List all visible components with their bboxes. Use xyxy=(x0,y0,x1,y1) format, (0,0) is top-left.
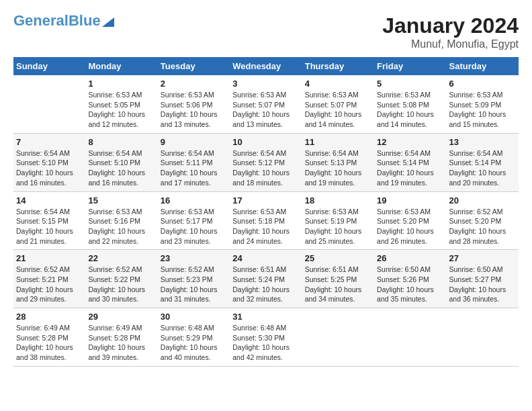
logo-icon xyxy=(102,15,114,27)
day-cell: 5 Sunrise: 6:53 AMSunset: 5:08 PMDayligh… xyxy=(374,75,446,133)
day-cell: 7 Sunrise: 6:54 AMSunset: 5:10 PMDayligh… xyxy=(13,133,85,191)
calendar-title: January 2024 xyxy=(382,13,519,38)
day-cell: 6 Sunrise: 6:53 AMSunset: 5:09 PMDayligh… xyxy=(447,75,519,133)
day-number: 16 xyxy=(161,195,227,205)
day-info: Sunrise: 6:50 AMSunset: 5:27 PMDaylight:… xyxy=(449,265,516,304)
day-number: 4 xyxy=(305,79,371,89)
day-info: Sunrise: 6:53 AMSunset: 5:06 PMDaylight:… xyxy=(161,90,227,130)
day-cell xyxy=(447,308,519,367)
day-cell: 27 Sunrise: 6:50 AMSunset: 5:27 PMDaylig… xyxy=(447,250,519,308)
day-cell xyxy=(302,308,374,367)
week-row-2: 7 Sunrise: 6:54 AMSunset: 5:10 PMDayligh… xyxy=(13,133,519,191)
header-saturday: Saturday xyxy=(447,57,519,75)
day-number: 27 xyxy=(449,253,516,263)
day-info: Sunrise: 6:51 AMSunset: 5:25 PMDaylight:… xyxy=(305,265,371,304)
day-cell: 22 Sunrise: 6:52 AMSunset: 5:22 PMDaylig… xyxy=(85,250,157,308)
day-info: Sunrise: 6:53 AMSunset: 5:20 PMDaylight:… xyxy=(377,207,443,246)
day-info: Sunrise: 6:52 AMSunset: 5:22 PMDaylight:… xyxy=(88,265,154,304)
header-friday: Friday xyxy=(374,57,446,75)
day-number: 14 xyxy=(16,195,83,205)
day-number: 7 xyxy=(16,137,83,147)
day-number: 1 xyxy=(88,79,154,89)
header-thursday: Thursday xyxy=(302,57,374,75)
calendar-table: SundayMondayTuesdayWednesdayThursdayFrid… xyxy=(13,57,519,367)
day-number: 10 xyxy=(232,137,299,147)
day-info: Sunrise: 6:53 AMSunset: 5:07 PMDaylight:… xyxy=(232,90,299,130)
day-cell: 20 Sunrise: 6:52 AMSunset: 5:20 PMDaylig… xyxy=(447,191,519,250)
day-info: Sunrise: 6:48 AMSunset: 5:29 PMDaylight:… xyxy=(161,323,227,363)
day-info: Sunrise: 6:53 AMSunset: 5:07 PMDaylight:… xyxy=(305,90,371,130)
day-number: 23 xyxy=(161,253,227,263)
week-row-4: 21 Sunrise: 6:52 AMSunset: 5:21 PMDaylig… xyxy=(13,250,519,308)
day-cell: 2 Sunrise: 6:53 AMSunset: 5:06 PMDayligh… xyxy=(158,75,230,133)
page-header: GeneralBlue January 2024 Munuf, Monufia,… xyxy=(13,13,519,50)
day-info: Sunrise: 6:53 AMSunset: 5:08 PMDaylight:… xyxy=(377,90,443,130)
day-number: 6 xyxy=(449,79,516,89)
day-info: Sunrise: 6:54 AMSunset: 5:12 PMDaylight:… xyxy=(232,148,299,188)
day-info: Sunrise: 6:51 AMSunset: 5:24 PMDaylight:… xyxy=(232,265,299,304)
header-monday: Monday xyxy=(85,57,157,75)
day-number: 22 xyxy=(88,253,154,263)
day-number: 2 xyxy=(161,79,227,89)
day-number: 13 xyxy=(449,137,516,147)
day-cell: 18 Sunrise: 6:53 AMSunset: 5:19 PMDaylig… xyxy=(302,191,374,250)
day-info: Sunrise: 6:53 AMSunset: 5:05 PMDaylight:… xyxy=(88,90,154,130)
day-cell: 10 Sunrise: 6:54 AMSunset: 5:12 PMDaylig… xyxy=(230,133,302,191)
day-cell: 9 Sunrise: 6:54 AMSunset: 5:11 PMDayligh… xyxy=(158,133,230,191)
day-number: 30 xyxy=(161,312,227,322)
day-info: Sunrise: 6:52 AMSunset: 5:20 PMDaylight:… xyxy=(449,207,516,246)
day-cell: 26 Sunrise: 6:50 AMSunset: 5:26 PMDaylig… xyxy=(374,250,446,308)
day-cell: 16 Sunrise: 6:53 AMSunset: 5:17 PMDaylig… xyxy=(158,191,230,250)
day-number: 19 xyxy=(377,195,443,205)
day-cell: 3 Sunrise: 6:53 AMSunset: 5:07 PMDayligh… xyxy=(230,75,302,133)
day-number: 8 xyxy=(88,137,154,147)
day-number: 31 xyxy=(232,312,299,322)
day-number: 15 xyxy=(88,195,154,205)
day-cell: 30 Sunrise: 6:48 AMSunset: 5:29 PMDaylig… xyxy=(158,308,230,367)
day-number: 28 xyxy=(16,312,83,322)
day-cell: 12 Sunrise: 6:54 AMSunset: 5:14 PMDaylig… xyxy=(374,133,446,191)
day-info: Sunrise: 6:53 AMSunset: 5:18 PMDaylight:… xyxy=(232,207,299,246)
day-cell: 25 Sunrise: 6:51 AMSunset: 5:25 PMDaylig… xyxy=(302,250,374,308)
header-wednesday: Wednesday xyxy=(230,57,302,75)
day-number: 29 xyxy=(88,312,154,322)
day-cell: 23 Sunrise: 6:52 AMSunset: 5:23 PMDaylig… xyxy=(158,250,230,308)
day-number: 3 xyxy=(232,79,299,89)
day-cell: 31 Sunrise: 6:48 AMSunset: 5:30 PMDaylig… xyxy=(230,308,302,367)
day-info: Sunrise: 6:52 AMSunset: 5:21 PMDaylight:… xyxy=(16,265,83,304)
logo-part2: Blue xyxy=(69,12,101,29)
day-info: Sunrise: 6:49 AMSunset: 5:28 PMDaylight:… xyxy=(88,323,154,363)
calendar-header-row: SundayMondayTuesdayWednesdayThursdayFrid… xyxy=(13,57,519,75)
svg-marker-0 xyxy=(102,17,114,27)
day-cell: 24 Sunrise: 6:51 AMSunset: 5:24 PMDaylig… xyxy=(230,250,302,308)
week-row-3: 14 Sunrise: 6:54 AMSunset: 5:15 PMDaylig… xyxy=(13,191,519,250)
logo-text: GeneralBlue xyxy=(13,13,101,28)
day-info: Sunrise: 6:52 AMSunset: 5:23 PMDaylight:… xyxy=(161,265,227,304)
day-info: Sunrise: 6:53 AMSunset: 5:19 PMDaylight:… xyxy=(305,207,371,246)
day-info: Sunrise: 6:53 AMSunset: 5:16 PMDaylight:… xyxy=(88,207,154,246)
day-info: Sunrise: 6:54 AMSunset: 5:15 PMDaylight:… xyxy=(16,207,83,246)
day-info: Sunrise: 6:53 AMSunset: 5:17 PMDaylight:… xyxy=(161,207,227,246)
day-cell: 1 Sunrise: 6:53 AMSunset: 5:05 PMDayligh… xyxy=(85,75,157,133)
day-number: 12 xyxy=(377,137,443,147)
day-cell: 13 Sunrise: 6:54 AMSunset: 5:14 PMDaylig… xyxy=(447,133,519,191)
day-info: Sunrise: 6:54 AMSunset: 5:10 PMDaylight:… xyxy=(88,148,154,188)
header-tuesday: Tuesday xyxy=(158,57,230,75)
day-info: Sunrise: 6:50 AMSunset: 5:26 PMDaylight:… xyxy=(377,265,443,304)
day-cell: 4 Sunrise: 6:53 AMSunset: 5:07 PMDayligh… xyxy=(302,75,374,133)
day-number: 20 xyxy=(449,195,516,205)
day-number: 9 xyxy=(161,137,227,147)
day-info: Sunrise: 6:48 AMSunset: 5:30 PMDaylight:… xyxy=(232,323,299,363)
day-cell: 14 Sunrise: 6:54 AMSunset: 5:15 PMDaylig… xyxy=(13,191,85,250)
day-info: Sunrise: 6:54 AMSunset: 5:11 PMDaylight:… xyxy=(161,148,227,188)
day-info: Sunrise: 6:54 AMSunset: 5:13 PMDaylight:… xyxy=(305,148,371,188)
day-cell xyxy=(13,75,85,133)
day-number: 17 xyxy=(232,195,299,205)
day-info: Sunrise: 6:49 AMSunset: 5:28 PMDaylight:… xyxy=(16,323,83,363)
day-number: 18 xyxy=(305,195,371,205)
day-number: 21 xyxy=(16,253,83,263)
day-number: 24 xyxy=(232,253,299,263)
day-number: 25 xyxy=(305,253,371,263)
day-number: 26 xyxy=(377,253,443,263)
day-cell xyxy=(374,308,446,367)
